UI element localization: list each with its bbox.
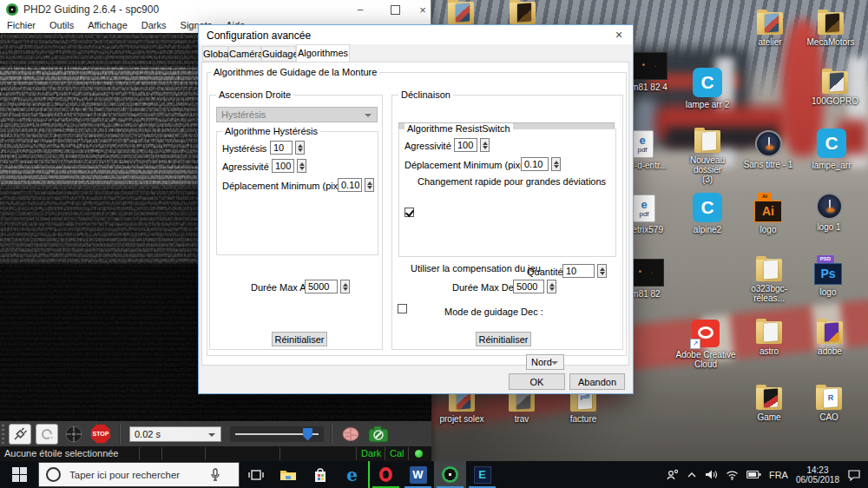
fast-switch-checkbox[interactable] (404, 208, 414, 217)
desktop-icon-lampe-arr[interactable]: C lampe_arr (801, 129, 862, 170)
desktop-icon-adobe-cc[interactable]: Adobe CreativeCloud (675, 320, 736, 369)
opera-button[interactable] (368, 461, 402, 488)
ra-max-duration-field[interactable]: 5000 (305, 280, 338, 293)
cancel-button[interactable]: Abandon (569, 373, 625, 390)
quantity-spinner[interactable] (597, 264, 607, 278)
chevron-up-icon[interactable] (687, 471, 697, 479)
desktop-icon-lampe-arr-2[interactable]: C lampe arr 2 (677, 68, 738, 109)
ra-reset-button[interactable]: Réinitialiser (272, 332, 327, 346)
dialog-close-button[interactable]: × (610, 28, 628, 42)
ra-aggressiveness-spinner[interactable] (297, 159, 306, 173)
tray-clock[interactable]: 14:23 06/05/2018 (796, 465, 839, 485)
illustrator-file-icon: Ai Ai (754, 193, 782, 222)
desktop-icon-game[interactable]: Game (739, 387, 799, 422)
dec-guide-mode-select[interactable]: Nord (526, 354, 564, 370)
eqmod-button[interactable]: E (466, 461, 498, 488)
dec-max-duration-spinner[interactable] (547, 280, 556, 293)
notification-center-icon[interactable] (847, 469, 861, 481)
desktop-icon-trav[interactable]: trav (491, 389, 552, 424)
dec-minmove-field[interactable]: 0.10 (521, 157, 549, 171)
ra-minmove-field[interactable]: 0.10 (338, 178, 362, 192)
backlash-comp-checkbox[interactable] (398, 304, 407, 313)
desktop-icon-alpine2[interactable]: C alpine2 (677, 193, 738, 234)
folder-icon (757, 12, 783, 35)
ra-algorithm-params-title: Algorithme Hystérésis (222, 126, 320, 136)
start-button[interactable] (0, 461, 38, 488)
cal-status-badge: Cal (390, 448, 404, 458)
dec-aggressiveness-field[interactable]: 100 (454, 138, 477, 152)
menu-darks[interactable]: Darks (135, 19, 174, 33)
menu-outils[interactable]: Outils (43, 19, 81, 33)
desktop-icon-cao[interactable]: R CAO (799, 387, 859, 422)
phd2-taskbar-button[interactable] (434, 461, 466, 488)
tab-global[interactable]: Global (202, 46, 228, 62)
desktop-icon-100gopro[interactable]: 100GOPRO (805, 71, 865, 106)
taskbar-search[interactable] (38, 462, 240, 487)
menu-affichage[interactable]: Affichage (81, 19, 135, 33)
toolbar-grip[interactable] (2, 425, 4, 444)
microphone-icon[interactable] (210, 468, 220, 482)
auto-select-star-button[interactable] (62, 424, 85, 445)
desktop-icon-mecamotors[interactable]: MecaMotors (800, 12, 861, 47)
stretch-slider[interactable] (230, 426, 324, 442)
phd2-app-icon (6, 3, 18, 16)
loop-exposure-button[interactable] (36, 424, 58, 445)
ra-minmove-spinner[interactable] (365, 178, 374, 192)
minimize-button[interactable]: – (345, 0, 375, 19)
quantity-field[interactable]: 10 (562, 264, 595, 278)
hysteresis-spinner[interactable] (295, 141, 305, 155)
desktop-icon-folder-1[interactable] (431, 2, 491, 27)
image-thumbnail-icon (631, 52, 667, 80)
people-icon[interactable] (666, 469, 679, 481)
desktop-icon-logo-ai[interactable]: Ai Ai logo (738, 193, 799, 234)
file-explorer-button[interactable] (272, 461, 304, 488)
task-view-button[interactable] (240, 461, 272, 488)
ra-algorithm-select[interactable]: Hystérésis (216, 107, 378, 122)
folder-icon (817, 321, 843, 344)
speaker-icon[interactable] (705, 469, 718, 480)
stop-button[interactable]: STOP (89, 424, 112, 445)
ra-aggressiveness-field[interactable]: 100 (272, 159, 294, 173)
camera-settings-button[interactable] (367, 424, 390, 445)
desktop-icon-o323bgc[interactable]: o323bgc-réleas... (739, 259, 799, 303)
exposure-select[interactable]: 0.02 s (129, 426, 221, 442)
tab-camera[interactable]: Caméra (228, 46, 261, 62)
phd2-window-title: PHD2 Guiding 2.6.4 - spc900 (23, 3, 159, 16)
desktop-icon-nouveau-dossier[interactable]: Nouveau dossier(3) (677, 130, 738, 184)
dec-max-duration-field[interactable]: 5000 (513, 280, 544, 293)
store-button[interactable] (304, 461, 336, 488)
desktop-icon-facture[interactable]: pdf facture (553, 389, 614, 424)
wifi-icon[interactable] (726, 470, 739, 480)
dec-reset-button[interactable]: Réinitialiser (476, 332, 531, 346)
desktop-icon-adobe[interactable]: adobe (799, 321, 860, 356)
keyboard-language[interactable]: FRA (769, 470, 788, 480)
desktop-icon-logo-1[interactable]: logo 1 (799, 193, 859, 232)
desktop-icon-astro[interactable]: astro (739, 321, 799, 356)
connect-equipment-button[interactable] (9, 424, 31, 445)
tab-algorithmes[interactable]: Algorithmes (296, 44, 350, 63)
ra-max-duration-spinner[interactable] (340, 280, 350, 293)
folder-icon (756, 259, 782, 281)
hysteresis-field[interactable]: 10 (270, 141, 293, 155)
desktop-icon-sans-titre-1[interactable]: Sans titre - 1 (738, 130, 799, 169)
desktop-icon-logo-psd[interactable]: PSD Ps logo (798, 255, 858, 297)
desktop-icon-folder-2[interactable] (492, 2, 553, 27)
phd2-titlebar[interactable]: PHD2 Guiding 2.6.4 - spc900 – × (0, 0, 431, 19)
edge-button[interactable]: e (336, 461, 368, 488)
ok-button[interactable]: OK (509, 373, 565, 390)
maximize-button[interactable] (380, 0, 410, 19)
dec-aggressiveness-spinner[interactable] (480, 138, 490, 152)
tab-guidage[interactable]: Guidage (261, 46, 296, 62)
desktop-icon-projet-solex[interactable]: projet solex (431, 389, 492, 424)
search-input[interactable] (68, 469, 210, 481)
dialog-titlebar[interactable]: Configuration avancée × (199, 25, 633, 44)
dec-minmove-spinner[interactable] (551, 157, 561, 171)
battery-icon[interactable] (746, 470, 761, 479)
menu-fichier[interactable]: Fichier (0, 19, 43, 33)
word-button[interactable]: W (402, 461, 434, 488)
advanced-settings-button[interactable] (339, 424, 362, 445)
slider-handle[interactable] (303, 428, 312, 441)
folder-icon (822, 71, 848, 94)
close-button[interactable]: × (408, 0, 437, 19)
desktop-icon-atelier[interactable]: atelier (740, 12, 800, 47)
